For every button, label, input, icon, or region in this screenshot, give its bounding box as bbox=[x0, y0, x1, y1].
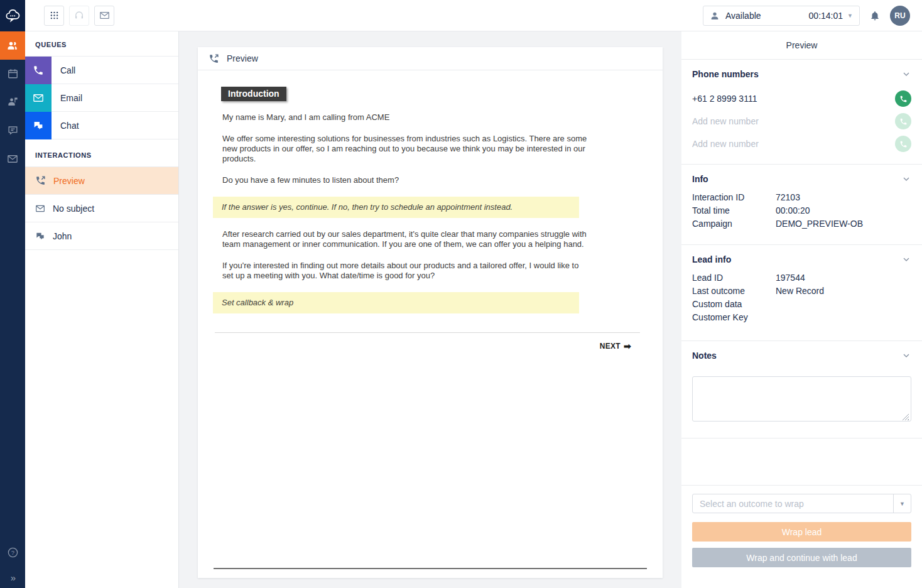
outcome-select[interactable]: Select an outcome to wrap ▼ bbox=[692, 494, 911, 513]
lead-info-row: Customer Key bbox=[692, 311, 911, 324]
agents-icon bbox=[6, 40, 19, 52]
app-icon-rail: » bbox=[0, 0, 25, 588]
envelope-icon bbox=[99, 10, 110, 21]
lead-info-row: Lead ID197544 bbox=[692, 271, 911, 285]
script-paragraph: If you're interested in finding out more… bbox=[222, 261, 590, 281]
call-button[interactable] bbox=[895, 90, 911, 107]
agent-status-selector[interactable]: Available 00:14:01 ▼ bbox=[703, 6, 860, 26]
interaction-row-john[interactable]: John bbox=[25, 222, 178, 250]
phone-number-row: +61 2 8999 3111 bbox=[692, 87, 911, 110]
outbound-call-icon bbox=[35, 175, 46, 186]
rail-item-agents[interactable] bbox=[0, 31, 25, 60]
script-paragraph: We offer some interesting solutions for … bbox=[222, 134, 590, 164]
detail-panel-title: Preview bbox=[681, 31, 922, 60]
chat-icon bbox=[35, 231, 45, 241]
help-icon[interactable] bbox=[7, 547, 19, 558]
rail-item-statuses[interactable] bbox=[0, 88, 25, 116]
script-card-title: Preview bbox=[227, 53, 258, 63]
headset-button[interactable] bbox=[69, 6, 89, 26]
caret-down-icon: ▼ bbox=[893, 494, 911, 513]
interaction-row-no-subject[interactable]: No subject bbox=[25, 195, 178, 222]
lead-info-row: Last outcomeNew Record bbox=[692, 285, 911, 298]
add-number-input[interactable] bbox=[692, 116, 895, 126]
chevron-down-icon[interactable] bbox=[901, 351, 911, 361]
user-icon bbox=[710, 11, 720, 21]
wrap-section: Select an outcome to wrap ▼ Wrap lead Wr… bbox=[681, 494, 922, 567]
phone-number-value: +61 2 8999 3111 bbox=[692, 94, 757, 104]
arrow-right-icon: ➡ bbox=[624, 341, 631, 351]
notes-title: Notes bbox=[692, 351, 717, 361]
script-step-badge: Introduction bbox=[221, 87, 286, 101]
queues-sidebar: QUEUES Call Email Chat INTERACTIONS Prev… bbox=[25, 31, 179, 588]
queue-label: Call bbox=[60, 65, 75, 75]
add-number-row bbox=[692, 133, 911, 155]
wrap-lead-button[interactable]: Wrap lead bbox=[692, 522, 911, 542]
phone-numbers-section: Phone numbers +61 2 8999 3111 bbox=[681, 60, 922, 164]
phone-numbers-title: Phone numbers bbox=[692, 69, 759, 79]
wrap-and-continue-button[interactable]: Wrap and continue with lead bbox=[692, 548, 911, 567]
outcome-select-placeholder: Select an outcome to wrap bbox=[693, 499, 893, 509]
lead-info-row: Custom data bbox=[692, 298, 911, 311]
grid-icon bbox=[49, 10, 60, 21]
mail-button[interactable] bbox=[94, 6, 114, 26]
chat-icon bbox=[25, 112, 52, 139]
script-paragraph: My name is Mary, and I am calling from A… bbox=[222, 112, 590, 122]
app-logo[interactable] bbox=[0, 0, 25, 31]
topbar: Available 00:14:01 ▼ RU bbox=[25, 0, 922, 31]
envelope-icon bbox=[25, 84, 52, 112]
rail-item-calendar[interactable] bbox=[0, 60, 25, 88]
collapsed-scrollbar[interactable] bbox=[214, 568, 647, 569]
calendar-icon bbox=[7, 68, 19, 80]
add-number-input[interactable] bbox=[692, 139, 895, 149]
add-number-row bbox=[692, 110, 911, 133]
lead-info-section: Lead info Lead ID197544 Last outcomeNew … bbox=[681, 245, 922, 340]
expand-sidebar-chevrons[interactable]: » bbox=[11, 572, 14, 583]
apps-grid-button[interactable] bbox=[44, 6, 64, 26]
script-agent-note: If the answer is yes, continue. If no, t… bbox=[213, 197, 579, 218]
queue-row-chat[interactable]: Chat bbox=[25, 112, 178, 139]
info-row: Interaction ID72103 bbox=[692, 191, 911, 204]
call-script-card: Preview Introduction My name is Mary, an… bbox=[198, 47, 663, 578]
section-divider bbox=[681, 485, 922, 486]
queues-section-title: QUEUES bbox=[25, 31, 178, 57]
info-row: CampaignDEMO_PREVIEW-OB bbox=[692, 217, 911, 231]
call-button-disabled[interactable] bbox=[895, 136, 911, 152]
phone-icon bbox=[25, 57, 52, 84]
main-content-area: Preview Introduction My name is Mary, an… bbox=[179, 31, 681, 588]
interactions-section-title: INTERACTIONS bbox=[25, 139, 178, 167]
info-section: Info Interaction ID72103 Total time00:00… bbox=[681, 165, 922, 244]
interaction-label: John bbox=[53, 231, 72, 241]
chevron-down-icon[interactable] bbox=[901, 254, 911, 264]
script-agent-note: Set callback & wrap bbox=[213, 292, 579, 313]
next-step-button[interactable]: NEXT➡ bbox=[600, 342, 631, 351]
rail-item-chats[interactable] bbox=[0, 116, 25, 144]
script-paragraph: After research carried out by our sales … bbox=[222, 229, 590, 249]
user-avatar[interactable]: RU bbox=[890, 6, 910, 26]
chat-lines-icon bbox=[7, 124, 19, 136]
queue-row-email[interactable]: Email bbox=[25, 84, 178, 112]
queue-label: Email bbox=[60, 93, 82, 103]
interaction-row-preview[interactable]: Preview bbox=[25, 167, 178, 195]
interaction-label: No subject bbox=[53, 204, 94, 214]
call-button-disabled[interactable] bbox=[895, 113, 911, 129]
rail-item-mail[interactable] bbox=[0, 144, 25, 173]
script-card-header: Preview bbox=[198, 47, 663, 70]
queue-row-call[interactable]: Call bbox=[25, 57, 178, 84]
chevron-down-icon[interactable] bbox=[901, 174, 911, 184]
envelope-icon bbox=[35, 204, 45, 214]
info-title: Info bbox=[692, 174, 708, 184]
outbound-call-icon bbox=[209, 53, 219, 64]
panel-spacer bbox=[681, 438, 922, 485]
notes-section: Notes bbox=[681, 341, 922, 438]
interaction-label: Preview bbox=[53, 176, 85, 186]
chevron-down-icon[interactable] bbox=[901, 69, 911, 79]
script-paragraph: Do you have a few minutes to listen abou… bbox=[222, 175, 590, 185]
info-row: Total time00:00:20 bbox=[692, 204, 911, 217]
notifications-bell-button[interactable] bbox=[869, 10, 881, 21]
queue-label: Chat bbox=[60, 121, 79, 131]
interaction-detail-panel: Preview Phone numbers +61 2 8999 3111 In… bbox=[681, 31, 922, 588]
status-label: Available bbox=[725, 11, 761, 21]
cloud-logo-icon bbox=[4, 8, 21, 24]
lead-info-title: Lead info bbox=[692, 254, 731, 264]
notes-textarea[interactable] bbox=[692, 376, 911, 422]
